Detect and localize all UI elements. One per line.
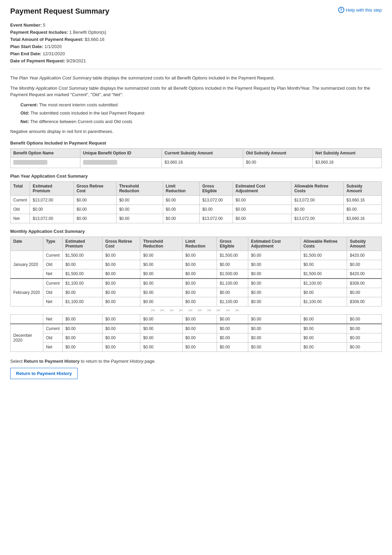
mo-header-est-prem: Estimated Premium [62,237,102,251]
table-cell: $0.00 [217,342,248,351]
table-row: Net$13,072.00$0.00$0.00$0.00$13,072.00$0… [11,214,382,223]
table-cell: $1,500.00 [217,251,248,260]
table-cell: $0.00 [103,269,140,279]
table-cell: Current [43,324,62,333]
date-cell: December 2020 [11,324,43,352]
table-cell: Current [43,251,62,260]
table-cell: $0.00 [183,251,217,260]
table-cell: $0.00 [140,269,183,279]
py-header-total: Total [11,181,30,195]
table-cell: $0.00 [300,314,347,324]
footer-page-name: Payment History [111,359,143,364]
table-cell: $1,500.00 [62,251,102,260]
table-row: $3,660.16 $0.00 $3,660.16 [11,158,382,168]
table-cell: $1,100.00 [62,279,102,288]
py-header-gross-ret: Gross Retiree Cost [74,181,116,195]
table-cell: $420.00 [347,269,382,279]
payment-includes-value: 1 Benefit Option(s) [69,30,106,35]
table-cell: $0.00 [217,324,248,333]
table-cell: $0.00 [248,269,300,279]
mo-header-est-cost: Estimated Cost Adjustment [248,237,300,251]
table-cell: $0.00 [347,324,382,333]
table-cell: $0.00 [248,297,300,306]
plan-year-title: Plan Year Application Cost Summary [10,174,382,179]
table-cell: $0.00 [116,205,163,214]
table-cell: $1,100.00 [217,279,248,288]
table-cell: $0.00 [217,288,248,297]
py-header-subsidy: Subsidy Amount [344,181,382,195]
py-header-limit: Limit Reduction [163,181,199,195]
table-cell: $0.00 [347,333,382,342]
table-cell: $1,100.00 [300,297,347,306]
table-cell: $0.00 [300,342,347,351]
plan-year-table: Total Estimated Premium Gross Retiree Co… [10,181,382,223]
table-cell: $3,660.16 [344,214,382,223]
bo-old: $0.00 [243,158,313,168]
table-cell: $0.00 [233,195,292,205]
total-amount-value: $3,660.16 [85,37,105,42]
table-cell: $1,100.00 [62,297,102,306]
table-cell: $308.00 [347,297,382,306]
table-cell: $0.00 [163,195,199,205]
total-amount-label: Total Amount of Payment Request: [10,37,83,42]
return-to-payment-history-button[interactable]: Return to Payment History [10,368,78,379]
table-cell: $0.00 [300,260,347,269]
table-cell: $1,100.00 [217,297,248,306]
help-icon: ? [338,7,344,13]
help-link[interactable]: ? Help with this step [338,7,382,13]
table-cell: $13,072.00 [292,214,344,223]
table-cell: $0.00 [183,342,217,351]
table-cell: $0.00 [103,342,140,351]
table-row: Net$1,500.00$0.00$0.00$0.00$1,500.00$0.0… [11,269,382,279]
page-title: Payment Request Summary [10,7,109,16]
bo-header-current: Current Subsidy Amount [162,148,243,158]
plan-end-label: Plan End Date: [10,51,42,56]
table-cell: $0.00 [347,288,382,297]
table-cell: $0.00 [140,333,183,342]
plan-year-desc: The Plan Year Application Cost Summary t… [10,75,382,81]
table-cell: $13,072.00 [30,195,74,205]
date-cell: January 2020 [11,251,43,279]
table-cell: $0.00 [103,251,140,260]
table-cell: $1,500.00 [300,269,347,279]
table-cell: $0.00 [183,297,217,306]
table-cell: $0.00 [103,260,140,269]
mo-header-allowable: Allowable Retiree Costs [300,237,347,251]
table-cell: $0.00 [344,205,382,214]
table-cell: $0.00 [103,333,140,342]
table-cell: $0.00 [248,279,300,288]
table-cell: Old [43,260,62,269]
benefit-options-title: Benefit Options Included in Payment Requ… [10,140,382,146]
table-cell: $0.00 [103,314,140,324]
divider [10,69,382,69]
table-cell: $0.00 [62,314,102,324]
table-cell: $13,072.00 [292,195,344,205]
table-row: Old$0.00$0.00$0.00$0.00$0.00$0.00$0.00$0… [11,333,382,342]
table-cell: $0.00 [140,324,183,333]
event-number-label: Event Number: [10,22,42,28]
py-header-est-cost: Estimated Cost Adjustment [233,181,292,195]
cut-indicator-row: ✂ ✂ ✂ ✂ ✂ ✂ ✂ ✂ ✂ ✂ [11,306,382,314]
plan-start-value: 1/1/2020 [44,44,62,49]
table-cell: Net [43,297,62,306]
py-header-threshold: Threshold Reduction [116,181,163,195]
table-cell: Net [43,269,62,279]
table-cell: $0.00 [103,324,140,333]
table-cell: $0.00 [248,342,300,351]
table-cell: $1,500.00 [217,269,248,279]
table-row: December 2020Current$0.00$0.00$0.00$0.00… [11,324,382,333]
bo-header-old: Old Subsidy Amount [243,148,313,158]
mo-header-gross-elig: Gross Eligible [217,237,248,251]
description-block: The Plan Year Application Cost Summary t… [10,75,382,135]
mo-header-threshold: Threshold Reduction [140,237,183,251]
table-cell: Old [43,288,62,297]
table-cell: $0.00 [103,288,140,297]
table-cell: $0.00 [140,297,183,306]
table-cell: $0.00 [62,260,102,269]
table-cell: $0.00 [183,333,217,342]
mo-header-type: Type [43,237,62,251]
table-cell: $1,500.00 [62,269,102,279]
plan-end-value: 12/31/2020 [43,51,65,56]
table-cell: $0.00 [183,288,217,297]
table-cell: Old [43,333,62,342]
